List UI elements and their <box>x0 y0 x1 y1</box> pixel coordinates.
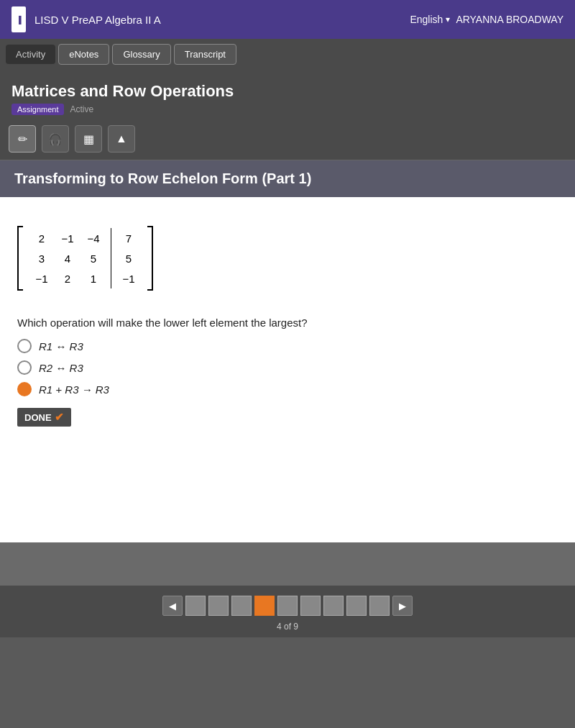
page-title: Matrices and Row Operations <box>12 82 564 101</box>
tab-bar: Activity eNotes Glossary Transcript <box>0 39 575 69</box>
m-r1aug: 7 <box>116 232 142 245</box>
page-title-area: Matrices and Row Operations Assignment A… <box>0 69 575 121</box>
lesson-title: Transforming to Row Echelon Form (Part 1… <box>14 170 561 187</box>
bottom-nav: ◀ ▶ 4 of 9 <box>0 586 575 637</box>
matrix-vert-line-1 <box>111 228 111 248</box>
page-box-8[interactable] <box>346 596 367 616</box>
prev-page-button[interactable]: ◀ <box>162 596 183 616</box>
matrix-right-bracket <box>147 226 153 291</box>
matrix-vert-line-2 <box>111 248 111 268</box>
done-label: DONE <box>24 412 52 423</box>
matrix-row-3: −1 2 1 −1 <box>29 268 142 288</box>
m-r2c1: 3 <box>29 252 55 265</box>
page-box-3[interactable] <box>231 596 252 616</box>
page-counter: 4 of 9 <box>277 622 298 632</box>
matrix-row-2: 3 4 5 5 <box>29 248 142 268</box>
user-name: ARYANNA BROADWAY <box>456 14 564 25</box>
page-box-5[interactable] <box>277 596 298 616</box>
radio-option-2[interactable] <box>17 360 32 375</box>
option-label-3[interactable]: R1 + R3 → R3 <box>39 383 109 396</box>
status-text: Active <box>70 104 93 114</box>
m-r2aug: 5 <box>116 252 142 265</box>
m-r3c2: 2 <box>55 273 80 285</box>
page-box-9[interactable] <box>369 596 390 616</box>
tab-activity[interactable]: Activity <box>6 45 55 64</box>
done-check-icon: ✔ <box>55 411 64 424</box>
page-box-6[interactable] <box>300 596 321 616</box>
nav-pages: ◀ ▶ <box>162 596 413 616</box>
lesson-title-bar: Transforming to Row Echelon Form (Part 1… <box>0 160 575 197</box>
question-text: Which operation will make the lower left… <box>17 317 558 329</box>
language-label: English <box>410 14 443 25</box>
audio-button[interactable]: 🎧 <box>42 125 69 153</box>
tab-transcript[interactable]: Transcript <box>174 44 236 65</box>
page-box-2[interactable] <box>208 596 229 616</box>
matrix-bracket-wrap: 2 −1 −4 7 3 4 5 5 −1 2 1 <box>17 226 153 291</box>
tab-glossary[interactable]: Glossary <box>112 44 170 65</box>
m-r1c1: 2 <box>29 232 55 245</box>
option-label-2[interactable]: R2 ↔ R3 <box>39 362 83 374</box>
option-item-3: R1 + R3 → R3 <box>17 382 558 396</box>
matrix-vert-line-3 <box>111 268 111 288</box>
pencil-button[interactable]: ✏ <box>9 125 36 153</box>
m-r1c2: −1 <box>55 232 80 245</box>
header-left: ▐ LISD V PreAP Algebra II A <box>12 6 161 32</box>
toolbar: ✏ 🎧 ▦ ▲ <box>0 121 575 160</box>
m-r3aug: −1 <box>116 273 142 285</box>
m-r3c1: −1 <box>29 273 55 285</box>
m-r3c3: 1 <box>80 273 106 285</box>
chevron-down-icon: ▾ <box>446 14 450 24</box>
m-r2c3: 5 <box>80 252 106 265</box>
radio-option-3[interactable] <box>17 382 32 396</box>
tab-enotes[interactable]: eNotes <box>58 44 109 65</box>
m-r2c2: 4 <box>55 252 80 265</box>
page-box-1[interactable] <box>185 596 206 616</box>
option-label-1[interactable]: R1 ↔ R3 <box>39 340 83 352</box>
options-list: R1 ↔ R3 R2 ↔ R3 R1 + R3 → R3 <box>17 339 558 396</box>
option-item-1: R1 ↔ R3 <box>17 339 558 353</box>
footer-area <box>0 637 575 728</box>
submit-button[interactable]: ▲ <box>108 125 135 153</box>
header: ▐ LISD V PreAP Algebra II A English ▾ AR… <box>0 0 575 39</box>
matrix-table: 2 −1 −4 7 3 4 5 5 −1 2 1 <box>29 228 142 288</box>
language-selector[interactable]: English ▾ <box>410 14 450 25</box>
matrix-row-1: 2 −1 −4 7 <box>29 228 142 248</box>
assignment-badge: Assignment Active <box>12 104 564 115</box>
matrix-left-bracket <box>17 226 23 291</box>
assignment-label: Assignment <box>12 104 64 115</box>
page-box-7[interactable] <box>323 596 344 616</box>
page-box-4[interactable] <box>254 596 275 616</box>
calculator-button[interactable]: ▦ <box>75 125 102 153</box>
next-page-button[interactable]: ▶ <box>392 596 413 616</box>
app-logo: ▐ <box>12 6 26 32</box>
matrix-display: 2 −1 −4 7 3 4 5 5 −1 2 1 <box>17 226 153 294</box>
header-title: LISD V PreAP Algebra II A <box>34 14 161 26</box>
content-area: 2 −1 −4 7 3 4 5 5 −1 2 1 <box>0 197 575 542</box>
option-item-2: R2 ↔ R3 <box>17 360 558 375</box>
header-right: English ▾ ARYANNA BROADWAY <box>410 14 564 25</box>
grey-section <box>0 542 575 586</box>
done-button[interactable]: DONE ✔ <box>17 408 71 427</box>
radio-option-1[interactable] <box>17 339 32 353</box>
m-r1c3: −4 <box>80 232 106 245</box>
